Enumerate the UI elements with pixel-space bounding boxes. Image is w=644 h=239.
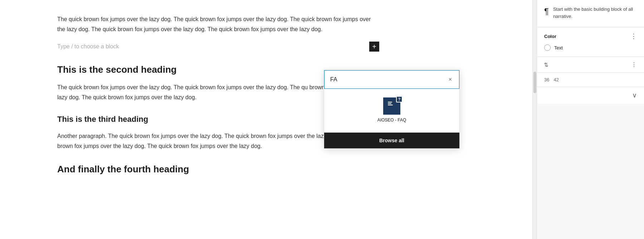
paragraph-icon: ¶ [544,6,549,16]
text-color-option[interactable]: Text [544,44,637,51]
color-header: Color ⋮ [544,33,637,39]
block-search-input[interactable]: FA [330,76,447,83]
dropdown-arrow-icon[interactable]: ∨ [632,91,637,99]
font-size-options: 36 42 [544,77,559,82]
faq-badge-text: ? [398,97,401,101]
svg-rect-2 [388,103,391,104]
sidebar-color-section: Color ⋮ Text [537,27,644,57]
color-label: Color [544,34,556,39]
block-inserter-popup: FA × ? AIOSEO - FAQ Browse all [324,70,460,149]
settings-more-icon[interactable]: ⋮ [631,61,637,68]
color-more-icon[interactable]: ⋮ [630,33,637,39]
right-sidebar: ¶ Start with the basic building block of… [537,0,644,239]
faq-block-label: AIOSEO - FAQ [377,118,406,123]
font-size-row: 36 42 [537,73,644,87]
heading-4: And finally the fourth heading [57,161,379,177]
faq-badge: ? [396,96,402,102]
text-color-label: Text [554,45,563,51]
clear-search-button[interactable]: × [447,75,453,84]
placeholder-label: Type / to choose a block [57,42,119,51]
svg-rect-1 [388,102,392,102]
browse-all-button[interactable]: Browse all [324,133,459,148]
scrollbar-thumb[interactable] [533,72,536,93]
block-description-text: Start with the basic building block of a… [553,6,637,20]
scrollbar-area[interactable] [532,0,537,239]
settings-icon[interactable]: ⇄ [543,62,550,67]
placeholder-row: Type / to choose a block + [57,42,379,52]
paragraph-1: The quick brown fox jumps over the lazy … [57,14,379,34]
faq-block-icon: ? [383,97,400,115]
font-size-36[interactable]: 36 [544,77,549,82]
svg-rect-3 [388,105,393,105]
add-block-button[interactable]: + [369,42,379,52]
text-color-radio[interactable] [544,44,551,51]
editor-area: The quick brown fox jumps over the lazy … [0,0,532,239]
sidebar-block-description: ¶ Start with the basic building block of… [537,0,644,27]
font-size-42[interactable]: 42 [553,77,558,82]
sidebar-settings-row: ⇄ ⋮ [537,57,644,73]
cursor-row [324,128,459,133]
sidebar-dropdown-row: ∨ [537,87,644,104]
block-search-bar: FA × [324,70,459,89]
faq-block-item[interactable]: ? AIOSEO - FAQ [324,89,459,128]
